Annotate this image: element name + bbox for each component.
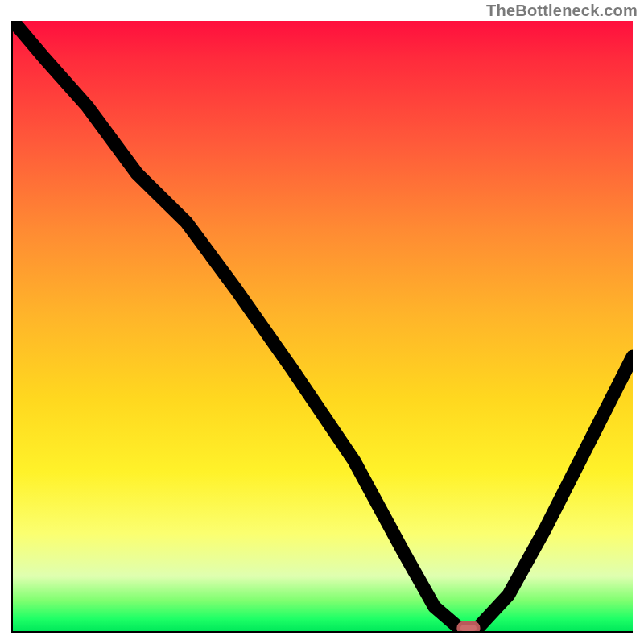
bottleneck-curve (13, 21, 633, 628)
optimal-point-marker (459, 623, 479, 631)
chart-stage: TheBottleneck.com (0, 0, 644, 644)
attribution-label: TheBottleneck.com (486, 2, 638, 20)
plot-area (11, 21, 633, 633)
curve-layer (13, 21, 633, 631)
